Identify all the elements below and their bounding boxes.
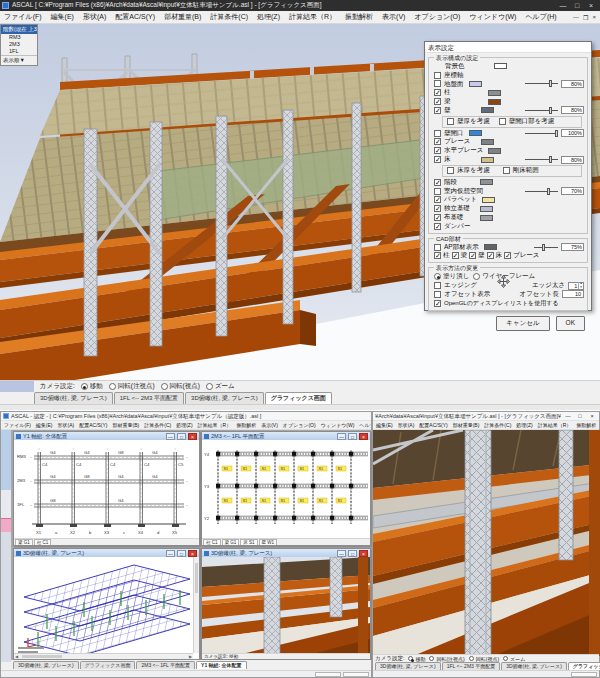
floor-item-1fl[interactable]: 1FL	[1, 48, 37, 55]
maximize-button[interactable]: □	[575, 412, 585, 420]
menu-item[interactable]: ヘルプ(H)	[525, 12, 556, 22]
menu-item[interactable]: 配置AC/S(Y)	[79, 422, 107, 428]
floor-selector-footer[interactable]: 表示順▼	[1, 55, 37, 65]
scroll-thumb[interactable]	[22, 655, 62, 658]
child-maximize-button[interactable]: □	[348, 550, 357, 557]
child-restore-button[interactable]: ❐	[583, 14, 588, 21]
graphics-viewport[interactable]	[373, 430, 600, 656]
checkbox[interactable]: ✓	[434, 223, 441, 230]
opacity-slider[interactable]	[525, 106, 558, 114]
checkbox[interactable]	[434, 244, 441, 251]
opacity-value[interactable]: 75%	[561, 243, 584, 251]
checkbox[interactable]: ✓	[504, 252, 511, 259]
color-swatch[interactable]	[484, 244, 497, 250]
tab-plan[interactable]: 1FL <-- 2M3 平面配置	[442, 662, 501, 670]
child-minimize-button[interactable]: —	[573, 14, 579, 21]
child-minimize-button[interactable]: —	[337, 550, 346, 557]
title-bar[interactable]: ¥Program Files (x86)¥Arch¥data¥Ascal¥inp…	[373, 412, 599, 421]
tab-plan[interactable]: 2M3 <-- 1FL 平面配置	[136, 661, 195, 669]
menu-item[interactable]: ウィンドウ(W)	[321, 422, 355, 428]
opacity-slider[interactable]	[534, 243, 558, 251]
camera-mode-move[interactable]: 移動	[408, 656, 425, 662]
camera-mode-rotate-target[interactable]: 回転(注視点)	[429, 656, 464, 662]
menu-item[interactable]: 配置AC/S(Y)	[115, 12, 155, 22]
menu-item[interactable]: 表示(V)	[382, 12, 405, 22]
status-segment[interactable]: 床 S1	[240, 539, 257, 546]
checkbox[interactable]: ✓	[487, 252, 494, 259]
menu-item[interactable]: 編集(E)	[376, 422, 393, 428]
menu-item[interactable]: 処理(Z)	[257, 12, 280, 22]
child-close-button[interactable]: ×	[188, 433, 197, 440]
opacity-value[interactable]: 80%	[561, 80, 584, 88]
opacity-slider[interactable]	[525, 129, 558, 137]
checkbox[interactable]: ✓	[434, 300, 441, 307]
checkbox[interactable]: ✓	[434, 205, 441, 212]
status-segment[interactable]: 梁 G1	[15, 539, 33, 546]
status-segment[interactable]: 壁 W1	[259, 539, 278, 546]
cancel-button[interactable]: キャンセル	[496, 316, 549, 331]
toolbar-block[interactable]	[1, 490, 11, 518]
menu-item[interactable]: ファイル(F)	[4, 12, 42, 22]
menu-item[interactable]: 処理(Z)	[516, 422, 532, 428]
camera-mode-rotate-eye[interactable]: 回転(視点)	[469, 656, 499, 662]
close-button[interactable]: ×	[587, 412, 597, 420]
child-close-button[interactable]: ×	[188, 550, 197, 557]
opacity-slider[interactable]	[525, 156, 558, 164]
checkbox[interactable]: ✓	[452, 252, 459, 259]
ok-button[interactable]: OK	[556, 316, 585, 331]
checkbox[interactable]: ✓	[434, 89, 441, 96]
elevation-canvas[interactable]: RM3 2M3 1FL G4 G4 G8 G4 G4 G8 G4 G4 G8	[14, 440, 199, 538]
tab-3d-overview[interactable]: 3D俯瞰(柱, 梁, ブレース)	[13, 661, 79, 669]
child-close-button[interactable]: ×	[359, 550, 368, 557]
child-minimize-button[interactable]: —	[166, 550, 175, 557]
camera-mode-zoom[interactable]: ズーム	[503, 656, 525, 662]
menu-item[interactable]: 編集(E)	[36, 422, 53, 428]
menu-item[interactable]: オプション(O)	[414, 12, 460, 22]
opacity-slider[interactable]	[525, 80, 558, 88]
checkbox[interactable]: ✓	[434, 179, 441, 186]
color-swatch[interactable]	[494, 63, 507, 69]
menu-item[interactable]: 部材重量(B)	[113, 422, 140, 428]
checkbox[interactable]	[434, 72, 441, 79]
checkbox[interactable]	[447, 167, 454, 174]
menu-item[interactable]: 処理(Z)	[176, 422, 192, 428]
floor-item-rm3[interactable]: RM3	[1, 34, 37, 41]
spin-down-icon[interactable]: ▾	[580, 286, 582, 290]
child-elevation-view[interactable]: Y1 軸組: 全体配置 — □ ×	[13, 431, 200, 546]
status-segment[interactable]: 柱 C1	[203, 539, 221, 546]
tab-3d-overview-2[interactable]: 3D俯瞰(柱, 梁, ブレース)	[501, 662, 567, 670]
fill-mode-solid[interactable]: 塗り潰し	[434, 272, 469, 281]
tab-3d-overview-1[interactable]: 3D俯瞰(柱, 梁, ブレース)	[34, 392, 113, 404]
tab-3d-overview-2[interactable]: 3D俯瞰(柱, 梁, ブレース)	[185, 392, 264, 404]
opacity-value[interactable]: 80%	[561, 106, 584, 114]
menu-item[interactable]: 表示(V)	[261, 422, 278, 428]
checkbox[interactable]: ✓	[434, 196, 441, 203]
checkbox[interactable]: ✓	[434, 252, 441, 259]
scroll-thumb[interactable]	[195, 563, 198, 593]
checkbox[interactable]	[434, 291, 441, 298]
menu-item[interactable]: 形状(A)	[83, 12, 106, 22]
horizontal-scrollbar[interactable]: ◀ ▶	[14, 653, 193, 659]
menu-item[interactable]: 部材重量(B)	[164, 12, 201, 22]
menu-item[interactable]: 計算条件(C)	[484, 422, 511, 428]
child-maximize-button[interactable]: □	[348, 433, 357, 440]
menu-item[interactable]: 計算条件(C)	[144, 422, 171, 428]
checkbox[interactable]	[434, 188, 441, 195]
camera-mode-zoom[interactable]: ズーム	[206, 382, 235, 391]
color-swatch[interactable]	[480, 179, 493, 185]
checkbox[interactable]	[447, 118, 454, 125]
tab-graphics[interactable]: グラフィックス画面	[568, 662, 600, 670]
checkbox[interactable]: ✓	[469, 252, 476, 259]
tab-3d-overview-1[interactable]: 3D俯瞰(柱, 梁, ブレース)	[375, 662, 441, 670]
title-bar[interactable]: ASCAL [ C:¥Program Files (x86)¥Arch¥data…	[0, 0, 600, 11]
menu-item[interactable]: 編集(E)	[51, 12, 74, 22]
checkbox[interactable]	[499, 118, 506, 125]
child-shaded-3d-view[interactable]: 3D俯瞰(柱, 梁, ブレース) — □ ×	[201, 548, 371, 660]
child-title-bar[interactable]: 2M3 <-- 1FL 平面配置 — □ ×	[202, 432, 370, 440]
menu-item[interactable]: 計算結果（R）	[289, 12, 336, 22]
menu-item[interactable]: オプション(O)	[283, 422, 316, 428]
plan-canvas[interactable]: S1 S1 S1 S1 S1 S1 S1 S1 S1 S1 S1	[202, 440, 370, 538]
color-swatch[interactable]	[481, 139, 494, 145]
color-swatch[interactable]	[480, 215, 493, 221]
color-swatch[interactable]	[481, 107, 494, 113]
